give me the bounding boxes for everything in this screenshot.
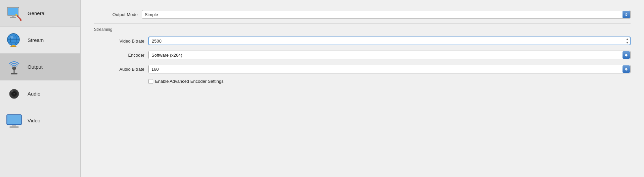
sidebar-item-output[interactable]: Output <box>0 54 80 80</box>
output-mode-label: Output Mode <box>94 12 138 17</box>
advanced-encoder-row: Enable Advanced Encoder Settings <box>148 76 631 86</box>
sidebar-audio-label: Audio <box>28 91 40 97</box>
svg-point-12 <box>10 36 13 39</box>
encoder-label: Encoder <box>101 53 144 58</box>
audio-icon <box>5 85 23 103</box>
video-icon <box>5 112 23 129</box>
svg-rect-27 <box>12 125 16 126</box>
streaming-section-header: Streaming <box>94 24 631 34</box>
video-bitrate-row: Video Bitrate ▲ ▼ <box>101 34 631 48</box>
svg-rect-1 <box>8 8 18 15</box>
video-bitrate-label: Video Bitrate <box>101 39 144 44</box>
settings-panel: Output Mode Simple Advanced Streaming Vi… <box>81 0 644 92</box>
svg-rect-28 <box>9 126 19 128</box>
audio-bitrate-row: Audio Bitrate 32 64 96 128 160 192 256 3… <box>101 62 631 76</box>
advanced-encoder-checkbox-label: Enable Advanced Encoder Settings <box>155 79 224 84</box>
streaming-section: Streaming Video Bitrate ▲ ▼ Encoder <box>94 24 631 86</box>
svg-rect-17 <box>11 73 17 74</box>
svg-rect-26 <box>7 115 21 124</box>
sidebar-item-stream[interactable]: Stream <box>0 27 80 54</box>
sidebar: General Stream <box>0 0 81 177</box>
sidebar-video-label: Video <box>28 118 40 123</box>
encoder-row: Encoder Software (x264) Hardware (QSV) H… <box>101 48 631 62</box>
output-mode-select-wrapper: Simple Advanced <box>142 10 631 19</box>
streaming-section-content: Video Bitrate ▲ ▼ Encoder Software <box>94 34 631 86</box>
output-mode-row: Output Mode Simple Advanced <box>94 5 631 24</box>
svg-point-23 <box>11 90 13 92</box>
output-mode-select[interactable]: Simple Advanced <box>142 10 631 19</box>
audio-bitrate-select-wrapper: 32 64 96 128 160 192 256 320 <box>148 65 631 73</box>
sidebar-general-label: General <box>28 10 45 16</box>
video-bitrate-spinbox-wrapper: ▲ ▼ <box>148 37 631 45</box>
sidebar-output-label: Output <box>28 64 43 70</box>
general-icon <box>5 5 23 22</box>
encoder-select-wrapper: Software (x264) Hardware (QSV) Hardware … <box>148 51 631 59</box>
audio-bitrate-select[interactable]: 32 64 96 128 160 192 256 320 <box>148 65 631 73</box>
encoder-select[interactable]: Software (x264) Hardware (QSV) Hardware … <box>148 51 631 59</box>
audio-bitrate-label: Audio Bitrate <box>101 67 144 72</box>
sidebar-item-audio[interactable]: Audio <box>0 80 80 107</box>
sidebar-item-video[interactable]: Video <box>0 107 80 134</box>
svg-rect-2 <box>12 15 14 17</box>
main-content: Output Mode Simple Advanced Streaming Vi… <box>81 0 644 177</box>
stream-icon <box>5 32 23 49</box>
sidebar-item-general[interactable]: General <box>0 0 80 27</box>
svg-rect-3 <box>10 17 16 18</box>
advanced-encoder-checkbox[interactable] <box>148 79 153 84</box>
output-icon <box>5 58 23 76</box>
video-bitrate-input[interactable] <box>148 37 631 45</box>
svg-point-22 <box>13 93 15 95</box>
svg-rect-14 <box>10 46 16 47</box>
sidebar-stream-label: Stream <box>28 37 44 43</box>
